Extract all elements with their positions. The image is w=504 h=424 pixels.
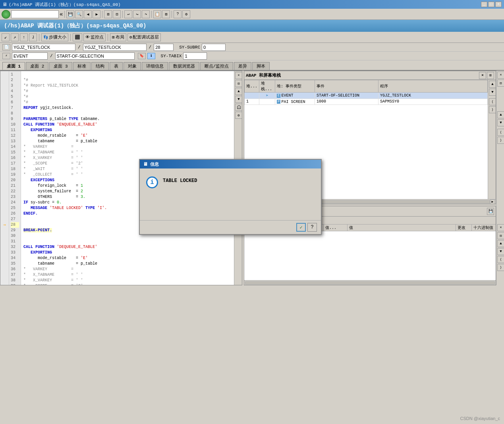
sep3 bbox=[122, 11, 123, 18]
stack-col-2: 堆栈... bbox=[259, 80, 275, 93]
right-btn4[interactable]: ▼ bbox=[497, 119, 504, 126]
help-btn[interactable]: ? bbox=[174, 10, 182, 18]
step-size-btn[interactable]: 👣 步骤大小 bbox=[41, 33, 68, 41]
close-code-btn[interactable]: × bbox=[235, 72, 242, 79]
tab-breakpoints[interactable]: 断点/监控点 bbox=[200, 62, 234, 70]
tab-databrowser[interactable]: 数据浏览器 bbox=[169, 62, 199, 70]
subrc-value[interactable] bbox=[202, 44, 226, 51]
stack-row2-col2 bbox=[259, 99, 275, 105]
stack-row1-col4: START-OF-SELECTION bbox=[315, 93, 378, 99]
nav-back-icon[interactable]: « bbox=[60, 11, 63, 17]
expand-code-btn[interactable]: ⊡ bbox=[235, 80, 242, 87]
var-disk-btn[interactable]: 💾 bbox=[487, 208, 494, 215]
right-btn1[interactable]: × bbox=[497, 72, 504, 79]
sep5 bbox=[172, 11, 172, 18]
scroll-up-btn[interactable]: ▲ bbox=[235, 88, 242, 95]
stack-close-btn[interactable]: × bbox=[479, 72, 486, 79]
monitor-point-btn[interactable]: 👁 监控点 bbox=[83, 33, 106, 41]
check-icon: ✓ bbox=[299, 225, 302, 230]
monitor-label: 监控点 bbox=[91, 34, 104, 40]
step2-btn[interactable]: ↪ bbox=[133, 10, 141, 18]
monitor-icon: 👁 bbox=[85, 35, 90, 40]
slash3: / bbox=[50, 54, 53, 58]
tab-standard[interactable]: 标准 bbox=[73, 62, 91, 70]
tab-details[interactable]: 详细信息 bbox=[142, 62, 168, 70]
program-field[interactable] bbox=[12, 44, 75, 51]
table-row[interactable]: ➤ E EVENT START-OF-SELECTION YGJZ_TESTLO… bbox=[245, 93, 488, 99]
step1-btn[interactable]: ↩ bbox=[124, 10, 132, 18]
layout-btn[interactable]: ⊞ bbox=[162, 10, 170, 18]
tab-structure[interactable]: 结构 bbox=[91, 62, 109, 70]
bookmark-icon[interactable]: 🔖 bbox=[138, 53, 146, 59]
stack-side-btn1[interactable]: ▲ bbox=[489, 81, 496, 88]
config-btn[interactable]: ⚙ 配置调试器层 bbox=[127, 33, 161, 41]
green-go-btn[interactable] bbox=[2, 10, 10, 19]
var-table-body[interactable] bbox=[244, 231, 496, 280]
tabix-value[interactable] bbox=[183, 52, 207, 60]
tab-desktop2[interactable]: 桌面 2 bbox=[26, 62, 48, 70]
scroll-down-btn[interactable]: ▼ bbox=[235, 96, 242, 103]
right-bottom-btn6[interactable]: ⟩ bbox=[497, 264, 504, 271]
headphones-btn[interactable]: 🎧 bbox=[235, 104, 242, 111]
title-bar: 🖥 (/hs)ABAP 调试器(1)（独占）(sap-s4qas_QAS_00)… bbox=[0, 0, 504, 9]
tab-script[interactable]: 脚本 bbox=[252, 62, 270, 70]
forward-btn[interactable]: ▶ bbox=[93, 10, 100, 18]
settings-btn[interactable]: ⚙ bbox=[182, 10, 190, 18]
line-field[interactable] bbox=[154, 44, 174, 51]
info-icon: i bbox=[146, 176, 158, 188]
stack-side-btn3[interactable]: ⟨ bbox=[489, 98, 496, 105]
right-bottom-btn1[interactable]: × bbox=[497, 224, 504, 231]
tab-diff[interactable]: 差异 bbox=[234, 62, 251, 70]
right-bottom-btn3[interactable]: ▲ bbox=[497, 240, 504, 247]
tab-desktop3[interactable]: 桌面 3 bbox=[49, 62, 72, 70]
title-bar-text: (/hs)ABAP 调试器(1)（独占）(sap-s4qas_QAS_00) bbox=[9, 2, 121, 8]
step-return-btn[interactable]: ⤸ bbox=[29, 33, 37, 41]
find-btn[interactable]: 🔍 bbox=[75, 10, 83, 18]
right-bottom-btn2[interactable]: ⊡ bbox=[497, 232, 504, 239]
command-input[interactable] bbox=[11, 10, 59, 18]
var-col-hex: 十六进制值 bbox=[472, 225, 496, 231]
event-type-field[interactable] bbox=[12, 52, 48, 60]
stack-side-btn2[interactable]: ▼ bbox=[489, 89, 496, 96]
step3-btn[interactable]: ↷ bbox=[142, 10, 150, 18]
step-out-btn[interactable]: ↑ bbox=[20, 33, 28, 41]
dialog-confirm-btn[interactable]: ✓ bbox=[296, 223, 306, 232]
settings-code-btn[interactable]: ⚙ bbox=[235, 112, 242, 119]
right-btn5[interactable]: ⟨ bbox=[497, 129, 504, 136]
table-row[interactable]: 1 P PAI SCREEN 1000 SAPMSSY0 bbox=[245, 99, 488, 105]
info-icon-btn[interactable]: ℹ bbox=[147, 53, 155, 59]
tab-desktop1[interactable]: 桌面 1 bbox=[2, 62, 25, 70]
step-over-btn[interactable]: ↗ bbox=[11, 33, 19, 41]
main-title: (/hs)ABAP 调试器(1)（独占）(sap-s4qas_QAS_00) bbox=[4, 22, 146, 29]
stack-expand-btn[interactable]: ⊡ bbox=[487, 72, 494, 79]
right-bottom-btn5[interactable]: ⟨ bbox=[497, 256, 504, 263]
right-bottom-btn4[interactable]: ▼ bbox=[497, 248, 504, 255]
tab-table[interactable]: 表 bbox=[110, 62, 123, 70]
stack-side-btn4[interactable]: ⟩ bbox=[489, 106, 496, 113]
minimize-btn[interactable]: _ bbox=[481, 2, 487, 7]
right-btn3[interactable]: ▲ bbox=[497, 111, 504, 118]
tab-object[interactable]: 对象 bbox=[124, 62, 141, 70]
field-row-2: ⚡ / 🔖 ℹ SY-TABIX bbox=[0, 52, 504, 60]
event-name-field[interactable] bbox=[55, 52, 135, 60]
sep1 bbox=[64, 11, 65, 18]
stop-btn[interactable]: ⬛ bbox=[73, 33, 82, 41]
maximize-btn[interactable]: □ bbox=[488, 2, 494, 7]
delete-btn[interactable]: ⊟ bbox=[113, 10, 121, 18]
second-toolbar: ↙ ↗ ↑ ⤸ 👣 步骤大小 ⬛ 👁 监控点 ⊞ 布局 ⚙ 配置调试器层 bbox=[0, 32, 504, 43]
close-btn[interactable]: × bbox=[495, 2, 502, 7]
monitor-btn[interactable]: 📋 bbox=[153, 10, 161, 18]
save-btn[interactable]: 💾 bbox=[66, 10, 74, 18]
stack-table: 堆... 堆栈... 堆: 事件类型 事件 程序 ➤ bbox=[244, 80, 488, 105]
insert-btn[interactable]: ⊞ bbox=[104, 10, 112, 18]
dialog-help-btn[interactable]: ? bbox=[307, 223, 317, 232]
main-header: (/hs)ABAP 调试器(1)（独占）(sap-s4qas_QAS_00) bbox=[0, 20, 504, 32]
right-btn6[interactable]: ⟩ bbox=[497, 137, 504, 144]
scroll-right-btn[interactable]: ▶ bbox=[490, 199, 495, 204]
step-into-btn[interactable]: ↙ bbox=[2, 33, 10, 41]
back-btn[interactable]: ◀ bbox=[84, 10, 92, 18]
var-hscroll[interactable] bbox=[244, 280, 496, 285]
include-field[interactable] bbox=[83, 44, 147, 51]
right-btn2[interactable]: ⊡ bbox=[497, 79, 504, 87]
layout-btn2[interactable]: ⊞ 布局 bbox=[110, 33, 126, 41]
